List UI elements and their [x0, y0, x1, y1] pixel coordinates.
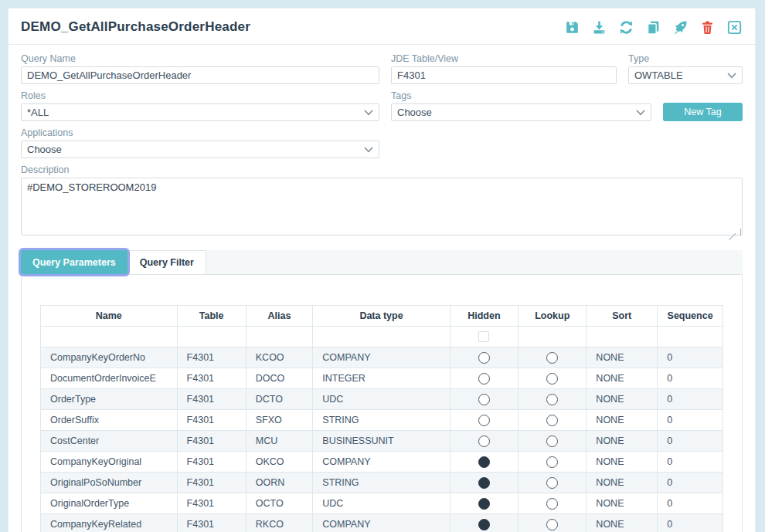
lookup-radio[interactable] — [546, 477, 558, 489]
data-type-cell: BUSINESSUNIT — [313, 431, 450, 452]
sort-cell: NONE — [586, 473, 658, 493]
hidden-cell — [450, 389, 518, 410]
hidden-cell — [450, 368, 518, 389]
column-header-hidden: Hidden — [450, 306, 518, 327]
type-select[interactable]: OWTABLE — [628, 66, 743, 84]
save-icon[interactable] — [563, 19, 580, 36]
toolbar — [563, 19, 743, 36]
column-header-data-type: Data type — [313, 306, 450, 327]
query-parameters-panel: NameTableAliasData typeHiddenLookupSortS… — [21, 275, 743, 532]
type-select-value: OWTABLE — [634, 69, 683, 81]
roles-select-value: *ALL — [27, 107, 49, 118]
alias-cell: DOCO — [246, 368, 313, 389]
sort-cell: NONE — [586, 431, 658, 452]
hidden-radio[interactable] — [478, 415, 490, 426]
description-textarea[interactable]: #DEMO_STOREROOM2019 — [21, 178, 743, 236]
jde-table-input[interactable] — [391, 66, 617, 84]
hidden-cell — [450, 347, 518, 368]
hidden-radio[interactable] — [478, 352, 490, 364]
filter-alias-cell[interactable] — [246, 327, 313, 347]
lookup-cell — [518, 347, 586, 368]
lookup-radio[interactable] — [546, 519, 558, 530]
lookup-cell — [518, 410, 586, 431]
close-icon[interactable] — [726, 19, 743, 36]
delete-icon[interactable] — [699, 19, 716, 36]
table-row: CompanyKeyRelatedF4301RKCOCOMPANYNONE0 — [41, 514, 723, 532]
data-type-cell: UDC — [313, 389, 450, 410]
table-cell: F4301 — [177, 347, 246, 368]
hidden-radio[interactable] — [478, 435, 490, 447]
hidden-radio[interactable] — [478, 456, 490, 468]
query-editor-window: DEMO_GetAllPurchaseOrderHeader — [8, 8, 756, 532]
name-cell: DocumentOrderInvoiceE — [41, 368, 178, 389]
applications-select[interactable]: Choose — [21, 141, 379, 158]
lookup-cell — [518, 493, 586, 514]
lookup-radio[interactable] — [546, 394, 558, 405]
hidden-cell — [450, 431, 518, 452]
query-form: Query Name JDE Table/View Type OWTABLE R… — [8, 45, 755, 239]
sequence-cell: 0 — [658, 347, 723, 368]
table-cell: F4301 — [177, 514, 246, 532]
new-tag-button[interactable]: New Tag — [663, 103, 743, 121]
hidden-cell — [450, 493, 518, 514]
hidden-radio[interactable] — [478, 477, 490, 489]
hidden-radio[interactable] — [478, 394, 490, 405]
filter-name-cell[interactable] — [41, 327, 178, 347]
lookup-radio[interactable] — [546, 415, 558, 426]
filter-sort-cell — [586, 327, 658, 347]
lookup-radio[interactable] — [546, 456, 558, 468]
applications-select-value: Choose — [27, 144, 62, 155]
name-cell: OrderSuffix — [41, 410, 178, 431]
sort-cell: NONE — [586, 368, 658, 389]
chevron-down-icon — [636, 110, 645, 116]
copy-icon[interactable] — [644, 19, 661, 36]
tags-select[interactable]: Choose — [391, 103, 651, 121]
table-row: CompanyKeyOrderNoF4301KCOOCOMPANYNONE0 — [41, 347, 723, 368]
name-cell: OrderType — [41, 389, 178, 410]
lookup-radio[interactable] — [546, 373, 558, 385]
table-row: OrderTypeF4301DCTOUDCNONE0 — [41, 389, 723, 410]
table-cell: F4301 — [177, 452, 246, 473]
alias-cell: OORN — [246, 473, 313, 493]
chevron-down-icon — [727, 73, 736, 79]
alias-cell: MCU — [246, 431, 313, 452]
column-header-lookup: Lookup — [518, 306, 586, 327]
alias-cell: DCTO — [246, 389, 313, 410]
column-header-sequence: Sequence — [658, 306, 723, 327]
table-cell: F4301 — [177, 389, 246, 410]
table-cell: F4301 — [177, 410, 246, 431]
sequence-cell: 0 — [658, 389, 723, 410]
table-row: CostCenterF4301MCUBUSINESSUNITNONE0 — [41, 431, 723, 452]
table-row: OrderSuffixF4301SFXOSTRINGNONE0 — [41, 410, 723, 431]
lookup-cell — [518, 514, 586, 532]
sequence-cell: 0 — [658, 410, 723, 431]
tab-query-filter[interactable]: Query Filter — [128, 250, 206, 274]
hidden-radio[interactable] — [478, 498, 490, 510]
lookup-radio[interactable] — [546, 498, 558, 510]
lookup-radio[interactable] — [546, 352, 558, 364]
page-title: DEMO_GetAllPurchaseOrderHeader — [21, 19, 250, 35]
tab-query-parameters[interactable]: Query Parameters — [21, 250, 128, 274]
query-name-input[interactable] — [21, 66, 379, 84]
refresh-icon[interactable] — [617, 19, 634, 36]
rocket-icon[interactable] — [672, 19, 688, 36]
hidden-filter-checkbox[interactable] — [478, 331, 489, 342]
filter-sequence-cell — [658, 327, 723, 347]
filter-datatype-cell[interactable] — [313, 327, 450, 347]
data-type-cell: COMPANY — [313, 347, 450, 368]
filter-table-cell[interactable] — [177, 327, 246, 347]
name-cell: CostCenter — [41, 431, 178, 452]
hidden-cell — [450, 452, 518, 473]
lookup-cell — [518, 431, 586, 452]
data-type-cell: STRING — [313, 473, 450, 493]
download-icon[interactable] — [590, 19, 607, 36]
sort-cell: NONE — [586, 389, 658, 410]
data-type-cell: STRING — [313, 410, 450, 431]
lookup-radio[interactable] — [546, 435, 558, 447]
hidden-radio[interactable] — [478, 519, 490, 530]
name-cell: CompanyKeyOrderNo — [41, 347, 178, 368]
chevron-down-icon — [364, 110, 373, 116]
hidden-radio[interactable] — [478, 373, 490, 385]
description-label: Description — [21, 164, 743, 175]
roles-select[interactable]: *ALL — [21, 103, 379, 121]
